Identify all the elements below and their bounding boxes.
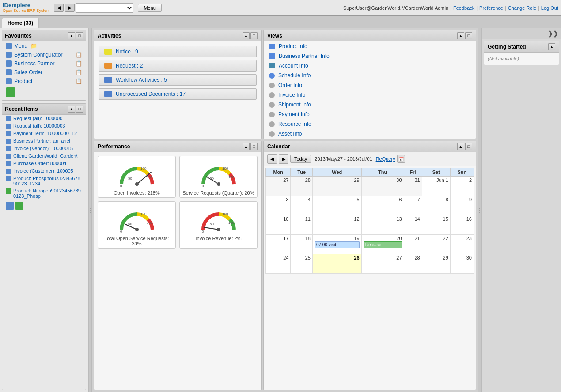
- cal-cell-w2-5[interactable]: 7: [404, 196, 422, 215]
- cal-cell-w3-3[interactable]: 12: [312, 215, 361, 235]
- workflow-button[interactable]: Workflow Activities : 5: [99, 74, 257, 86]
- collapse-right-btn[interactable]: ❯❯: [548, 30, 558, 37]
- cal-today-btn[interactable]: Today: [290, 155, 311, 163]
- fav-item-product[interactable]: Product 📋: [2, 77, 86, 86]
- recent-item-8[interactable]: Product: Phosphorus1234567890123_1234: [2, 175, 86, 187]
- cal-cell-w5-6[interactable]: 29: [422, 254, 450, 274]
- cal-next-btn[interactable]: ▶: [279, 154, 288, 164]
- cal-day-num: 20: [364, 236, 402, 241]
- cal-cell-w5-2[interactable]: 25: [291, 254, 313, 274]
- cal-cell-w1-4[interactable]: 30: [361, 177, 404, 196]
- view-product-info[interactable]: Product Info: [264, 41, 476, 51]
- recent-item-0[interactable]: Request (all): 10000001: [2, 115, 86, 122]
- cal-cell-w1-6[interactable]: Jun 1: [422, 177, 450, 196]
- view-account-info[interactable]: Account Info: [264, 61, 476, 71]
- view-asset-info[interactable]: Asset Info: [264, 129, 476, 139]
- activities-minimize-btn[interactable]: ▲: [243, 32, 250, 39]
- cal-cell-w1-5[interactable]: 31: [404, 177, 422, 196]
- cal-prev-btn[interactable]: ◀: [267, 154, 277, 164]
- cal-cell-w4-7[interactable]: 23: [450, 235, 474, 254]
- recent-restore-btn[interactable]: □: [76, 106, 83, 113]
- cal-cell-w4-2[interactable]: 18: [291, 235, 313, 254]
- recent-item-7[interactable]: Invoice (Customer): 100005: [2, 167, 86, 175]
- cal-cell-today[interactable]: 26: [312, 254, 361, 274]
- view-schedule-info[interactable]: Schedule Info: [264, 71, 476, 80]
- cal-event-release[interactable]: Release: [364, 241, 402, 248]
- preference-link[interactable]: Preference: [479, 5, 503, 11]
- cal-cell-w5-1[interactable]: 24: [266, 254, 291, 274]
- log-out-link[interactable]: Log Out: [541, 5, 558, 11]
- recent-item-1[interactable]: Request (all): 10000003: [2, 122, 86, 130]
- cal-event-visit[interactable]: 07:00 visit: [315, 241, 360, 248]
- cal-cell-w4-3[interactable]: 19 07:00 visit: [312, 235, 361, 254]
- cal-minimize-btn[interactable]: ▲: [457, 143, 464, 150]
- notice-button[interactable]: Notice : 9: [99, 46, 257, 57]
- cal-cell-w2-7[interactable]: 9: [450, 196, 474, 215]
- cal-cell-w1-1[interactable]: 27: [266, 177, 291, 196]
- recent-item-5[interactable]: Client: GardenWorld_Garden\: [2, 152, 86, 160]
- fav-item-salesorder[interactable]: Sales Order 📋: [2, 68, 86, 77]
- cal-cell-w3-2[interactable]: 11: [291, 215, 313, 235]
- view-order-info[interactable]: Order Info: [264, 80, 476, 90]
- cal-cell-w1-7[interactable]: 2: [450, 177, 474, 196]
- cal-cell-w5-7[interactable]: 30: [450, 254, 474, 274]
- cal-cell-w4-6[interactable]: 22: [422, 235, 450, 254]
- fav-item-bizpartner[interactable]: Business Partner 📋: [2, 59, 86, 68]
- gs-minimize-btn[interactable]: ▲: [548, 43, 555, 50]
- views-restore-btn[interactable]: □: [465, 32, 472, 39]
- nav-fwd-button[interactable]: ▶: [65, 4, 75, 12]
- perf-minimize-btn[interactable]: ▲: [243, 143, 250, 150]
- request-button[interactable]: Request : 2: [99, 60, 257, 72]
- cal-restore-btn[interactable]: □: [465, 143, 472, 150]
- fav-item-sysconfigurator[interactable]: System Configurator 📋: [2, 50, 86, 59]
- performance-widget: Performance ▲ □: [94, 141, 262, 390]
- cal-cell-w5-4[interactable]: 27: [361, 254, 404, 274]
- cal-cell-w2-2[interactable]: 4: [291, 196, 313, 215]
- cal-cell-w2-1[interactable]: 3: [266, 196, 291, 215]
- recent-item-2[interactable]: Payment Term: 10000000_12: [2, 130, 86, 137]
- cal-cell-w3-6[interactable]: 15: [422, 215, 450, 235]
- perf-restore-btn[interactable]: □: [250, 143, 258, 150]
- left-splitter[interactable]: [88, 28, 92, 392]
- fav-item-menu[interactable]: Menu 📁: [2, 41, 86, 50]
- cal-cell-w4-4[interactable]: 20 Release: [361, 235, 404, 254]
- recent-item-6[interactable]: Purchase Order: 800004: [2, 160, 86, 167]
- cal-cell-w4-5[interactable]: 21: [404, 235, 422, 254]
- cal-cell-w1-2[interactable]: 28: [291, 177, 313, 196]
- cal-cell-w2-6[interactable]: 8: [422, 196, 450, 215]
- home-tab[interactable]: Home (33): [2, 18, 39, 28]
- unprocessed-button[interactable]: Unprocessed Documents : 17: [99, 88, 257, 100]
- menu-button[interactable]: Menu: [138, 4, 162, 12]
- cal-cell-w1-3[interactable]: 29: [312, 177, 361, 196]
- activities-restore-btn[interactable]: □: [250, 32, 258, 39]
- view-shipment-info[interactable]: Shipment Info: [264, 100, 476, 109]
- right-splitter[interactable]: [478, 28, 481, 392]
- recent-item-3[interactable]: Business Partner: ari_ariel: [2, 137, 86, 145]
- feedback-link[interactable]: Feedback: [453, 5, 474, 11]
- view-resource-info[interactable]: Resource Info: [264, 119, 476, 129]
- nav-back-button[interactable]: ◀: [54, 4, 64, 12]
- cal-cell-w3-7[interactable]: 16: [450, 215, 474, 235]
- cal-requery-link[interactable]: ReQuery: [376, 156, 395, 162]
- favourites-restore-btn[interactable]: □: [76, 32, 83, 39]
- view-payment-info[interactable]: Payment Info: [264, 109, 476, 119]
- cal-cell-w4-1[interactable]: 17: [266, 235, 291, 254]
- svg-point-7: [217, 182, 220, 186]
- breadcrumb-dropdown[interactable]: [76, 3, 133, 13]
- views-minimize-btn[interactable]: ▲: [457, 32, 464, 39]
- cal-cell-w2-3[interactable]: 5: [312, 196, 361, 215]
- cal-cell-w5-5[interactable]: 28: [404, 254, 422, 274]
- cal-cell-w3-1[interactable]: 10: [266, 215, 291, 235]
- change-role-link[interactable]: Change Role: [508, 5, 536, 11]
- recent-item-9[interactable]: Product: Nitrogen901234567890123_Phosp: [2, 187, 86, 200]
- favourites-minimize-btn[interactable]: ▲: [68, 32, 75, 39]
- cal-icon-btn[interactable]: 📅: [397, 155, 405, 163]
- cal-cell-w3-5[interactable]: 14: [404, 215, 422, 235]
- view-invoice-info[interactable]: Invoice Info: [264, 90, 476, 100]
- view-bizpartner-info[interactable]: Business Partner Info: [264, 51, 476, 61]
- cal-cell-w3-4[interactable]: 13: [361, 215, 404, 235]
- recent-item-4[interactable]: Invoice (Vendor): 10000015: [2, 145, 86, 152]
- recent-minimize-btn[interactable]: ▲: [68, 106, 75, 113]
- cal-cell-w2-4[interactable]: 6: [361, 196, 404, 215]
- calendar-nav: ◀ ▶ Today 2013/May/27 - 2013/Jul/01 ReQu…: [264, 152, 476, 166]
